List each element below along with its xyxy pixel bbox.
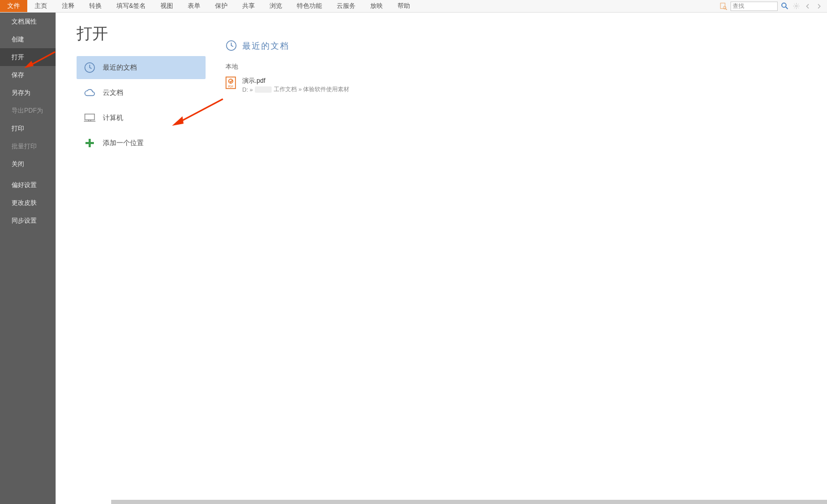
open-option-label: 添加一个位置	[103, 138, 144, 148]
svg-point-3	[781, 3, 786, 7]
menu-protect[interactable]: 保护	[208, 0, 235, 12]
search-input[interactable]: 查找	[731, 2, 778, 11]
svg-rect-0	[721, 3, 725, 8]
open-option-cloud[interactable]: 云文档	[77, 81, 206, 104]
open-option-label: 云文档	[103, 88, 123, 97]
menu-browse[interactable]: 浏览	[262, 0, 289, 12]
sidebar-close[interactable]: 关闭	[0, 155, 56, 173]
open-option-computer[interactable]: 计算机	[77, 106, 206, 129]
svg-text:PDF: PDF	[228, 85, 233, 88]
open-option-recent[interactable]: 最近的文档	[77, 56, 206, 79]
open-option-add-location[interactable]: 添加一个位置	[77, 132, 206, 155]
menu-view[interactable]: 视图	[153, 0, 180, 12]
sidebar-export-pdf[interactable]: 导出PDF为	[0, 102, 56, 119]
open-option-label: 最近的文档	[103, 63, 137, 72]
search-in-doc-icon[interactable]	[719, 2, 728, 11]
recent-item[interactable]: PDF 演示.pdf D: » 工作文档 » 体验软件使用素材	[225, 74, 806, 95]
clock-icon	[225, 40, 237, 53]
menu-fill-sign[interactable]: 填写&签名	[109, 0, 153, 12]
recent-filename: 演示.pdf	[242, 76, 349, 85]
bottom-strip	[111, 500, 827, 504]
open-option-label: 计算机	[103, 113, 123, 123]
redacted-segment	[255, 86, 272, 93]
menu-convert[interactable]: 转换	[82, 0, 109, 12]
menu-home[interactable]: 主页	[27, 0, 55, 12]
menu-annotate[interactable]: 注释	[55, 0, 82, 12]
recent-path: D: » 工作文档 » 体验软件使用素材	[242, 85, 349, 93]
sidebar-batch-print[interactable]: 批量打印	[0, 137, 56, 155]
prev-icon[interactable]	[803, 2, 812, 11]
clock-icon	[84, 62, 95, 73]
recent-section-local: 本地	[225, 62, 806, 71]
sidebar-doc-props[interactable]: 文档属性	[0, 13, 56, 30]
search-icon[interactable]	[780, 2, 789, 11]
plus-icon	[84, 137, 95, 149]
menu-play[interactable]: 放映	[363, 0, 390, 12]
svg-rect-9	[85, 114, 94, 120]
gear-icon[interactable]	[791, 2, 801, 11]
sidebar-open[interactable]: 打开	[0, 48, 56, 66]
sidebar-sync[interactable]: 同步设置	[0, 212, 56, 229]
svg-rect-14	[85, 142, 94, 144]
svg-line-4	[786, 7, 788, 9]
cloud-icon	[84, 87, 95, 98]
menu-file[interactable]: 文件	[0, 0, 27, 12]
page-title: 打开	[77, 23, 208, 45]
computer-icon	[84, 112, 95, 124]
sidebar-preferences[interactable]: 偏好设置	[0, 176, 56, 194]
next-icon[interactable]	[814, 2, 824, 11]
sidebar-create[interactable]: 创建	[0, 30, 56, 48]
search-placeholder: 查找	[733, 2, 744, 10]
recent-header: 最近的文档	[242, 41, 289, 52]
menu-form[interactable]: 表单	[180, 0, 208, 12]
menu-cloud[interactable]: 云服务	[329, 0, 363, 12]
sidebar-save[interactable]: 保存	[0, 66, 56, 84]
sidebar-print[interactable]: 打印	[0, 119, 56, 137]
svg-point-5	[795, 5, 797, 7]
sidebar-skin[interactable]: 更改皮肤	[0, 194, 56, 212]
pdf-icon: PDF	[225, 76, 236, 89]
sidebar-save-as[interactable]: 另存为	[0, 84, 56, 102]
file-sidebar: 文档属性 创建 打开 保存 另存为 导出PDF为 打印 批量打印 关闭 偏好设置…	[0, 13, 56, 504]
menu-share[interactable]: 共享	[235, 0, 262, 12]
menu-help[interactable]: 帮助	[390, 0, 417, 12]
menu-features[interactable]: 特色功能	[289, 0, 329, 12]
content-area: 打开 最近的文档 云文档 计算机	[56, 13, 827, 504]
menubar: 文件 主页 注释 转换 填写&签名 视图 表单 保护 共享 浏览 特色功能 云服…	[0, 0, 827, 13]
svg-line-2	[726, 8, 727, 10]
